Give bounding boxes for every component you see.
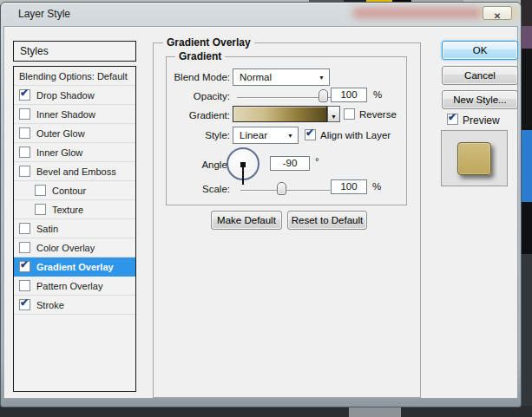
group-title: Gradient <box>175 50 225 62</box>
style-select[interactable]: Linear ▼ <box>233 127 299 144</box>
inner-glow-checkbox[interactable]: ✔ <box>19 147 30 158</box>
background-right-strip <box>521 0 532 417</box>
style-item-label: Texture <box>52 205 83 215</box>
opacity-unit: % <box>373 89 382 100</box>
pattern-overlay-checkbox[interactable]: ✔ <box>19 280 30 291</box>
angle-unit: ° <box>315 156 319 166</box>
check-icon: ✔ <box>20 258 29 270</box>
close-icon: ✕ <box>494 11 501 21</box>
style-item-color-overlay[interactable]: ✔ Color Overlay <box>14 238 135 257</box>
style-item-contour[interactable]: ✔ Contour <box>14 181 135 200</box>
blend-mode-value: Normal <box>240 72 272 82</box>
angle-dial[interactable] <box>227 147 259 180</box>
style-item-stroke[interactable]: ✔ Stroke <box>14 296 135 315</box>
stroke-checkbox[interactable]: ✔ <box>19 299 30 310</box>
check-icon: ✔ <box>20 87 29 99</box>
gradient-picker-arrow-button[interactable]: ▼ <box>327 106 340 122</box>
dialog-content: Styles Blending Options: Default ✔ Drop … <box>3 26 518 399</box>
style-item-label: Color Overlay <box>36 243 95 253</box>
opacity-slider-track[interactable] <box>237 97 331 99</box>
style-item-label: Inner Glow <box>36 147 82 158</box>
titlebar-glass-reflection <box>352 8 483 18</box>
style-item-label: Blending Options: Default <box>19 71 128 81</box>
style-item-satin[interactable]: ✔ Satin <box>14 219 135 238</box>
align-with-layer-label: Align with Layer <box>320 130 391 140</box>
opacity-slider-handle[interactable] <box>319 89 328 102</box>
preview-thumbnail <box>441 130 508 186</box>
title-bar[interactable]: Layer Style ✕ <box>1 3 521 25</box>
gradient-overlay-checkbox[interactable]: ✔ <box>19 261 30 272</box>
opacity-input[interactable]: 100 <box>331 88 367 102</box>
screen: Layer Style ✕ Styles Blending Options: D… <box>0 0 532 417</box>
style-item-outer-glow[interactable]: ✔ Outer Glow <box>14 124 135 143</box>
background-block <box>521 0 532 26</box>
reverse-label: Reverse <box>359 109 397 120</box>
ok-label: OK <box>473 45 488 55</box>
style-item-label: Stroke <box>36 300 64 310</box>
style-item-texture[interactable]: ✔ Texture <box>14 200 135 219</box>
style-item-label: Satin <box>36 224 58 234</box>
style-item-label: Contour <box>52 186 86 196</box>
style-item-label: Outer Glow <box>36 128 85 139</box>
inner-shadow-checkbox[interactable]: ✔ <box>19 108 30 120</box>
background-block <box>521 26 532 49</box>
style-item-pattern-overlay[interactable]: ✔ Pattern Overlay <box>14 277 135 296</box>
outer-glow-checkbox[interactable]: ✔ <box>19 127 30 139</box>
style-item-inner-shadow[interactable]: ✔ Inner Shadow <box>14 105 135 124</box>
style-value: Linear <box>240 130 267 140</box>
angle-label: Angle: <box>126 160 230 170</box>
background-block <box>521 49 532 130</box>
scale-input[interactable]: 100 <box>331 179 367 194</box>
preview-checkbox[interactable]: ✔ <box>447 114 458 125</box>
drop-shadow-checkbox[interactable]: ✔ <box>19 89 30 101</box>
chevron-down-icon: ▼ <box>331 114 337 120</box>
close-button[interactable]: ✕ <box>483 6 512 20</box>
reverse-checkbox[interactable]: ✔ <box>344 108 355 120</box>
bevel-emboss-checkbox[interactable]: ✔ <box>19 166 30 177</box>
texture-checkbox[interactable]: ✔ <box>35 204 46 215</box>
make-default-label: Make Default <box>217 215 276 225</box>
cancel-button[interactable]: Cancel <box>442 66 518 85</box>
style-item-label: Drop Shadow <box>36 90 95 101</box>
check-icon: ✔ <box>448 111 456 123</box>
gradient-swatch[interactable] <box>233 106 327 122</box>
styles-list: Blending Options: Default ✔ Drop Shadow … <box>13 66 136 392</box>
style-label: Style: <box>126 130 230 140</box>
check-icon: ✔ <box>20 296 29 309</box>
style-item-label: Gradient Overlay <box>36 262 114 272</box>
new-style-button[interactable]: New Style... <box>442 90 518 109</box>
chevron-down-icon: ▼ <box>287 132 293 140</box>
blend-mode-label: Blend Mode: <box>126 72 230 82</box>
background-block <box>521 202 532 254</box>
section-title: Gradient Overlay <box>163 36 254 49</box>
make-default-button[interactable]: Make Default <box>211 211 282 230</box>
scale-slider-handle[interactable] <box>277 182 286 195</box>
cancel-label: Cancel <box>464 70 496 81</box>
angle-dial-center <box>240 162 246 167</box>
background-block <box>521 254 532 417</box>
style-item-blending-options[interactable]: Blending Options: Default <box>14 67 135 86</box>
angle-input[interactable]: -90 <box>270 156 310 171</box>
blend-mode-select[interactable]: Normal ▼ <box>233 68 330 86</box>
dialog-title: Layer Style <box>18 3 70 25</box>
scale-unit: % <box>372 181 381 192</box>
gradient-label: Gradient: <box>126 110 230 121</box>
align-with-layer-checkbox[interactable]: ✔ <box>305 129 316 140</box>
style-item-label: Pattern Overlay <box>36 281 102 291</box>
new-style-label: New Style... <box>453 94 506 105</box>
preview-label: Preview <box>463 114 500 127</box>
contour-checkbox[interactable]: ✔ <box>35 185 46 196</box>
style-item-drop-shadow[interactable]: ✔ Drop Shadow <box>14 86 135 105</box>
reset-to-default-button[interactable]: Reset to Default <box>287 211 367 230</box>
satin-checkbox[interactable]: ✔ <box>19 223 30 234</box>
color-overlay-checkbox[interactable]: ✔ <box>19 242 30 253</box>
style-item-label: Bevel and Emboss <box>36 166 116 177</box>
chevron-down-icon: ▼ <box>319 74 325 81</box>
style-item-bevel-and-emboss[interactable]: ✔ Bevel and Emboss <box>14 162 135 181</box>
style-item-gradient-overlay[interactable]: ✔ Gradient Overlay <box>14 257 135 277</box>
ok-button[interactable]: OK <box>442 41 518 60</box>
style-item-inner-glow[interactable]: ✔ Inner Glow <box>14 143 135 162</box>
background-block <box>521 130 532 202</box>
styles-header-label: Styles <box>20 45 49 57</box>
style-item-label: Inner Shadow <box>36 109 95 120</box>
